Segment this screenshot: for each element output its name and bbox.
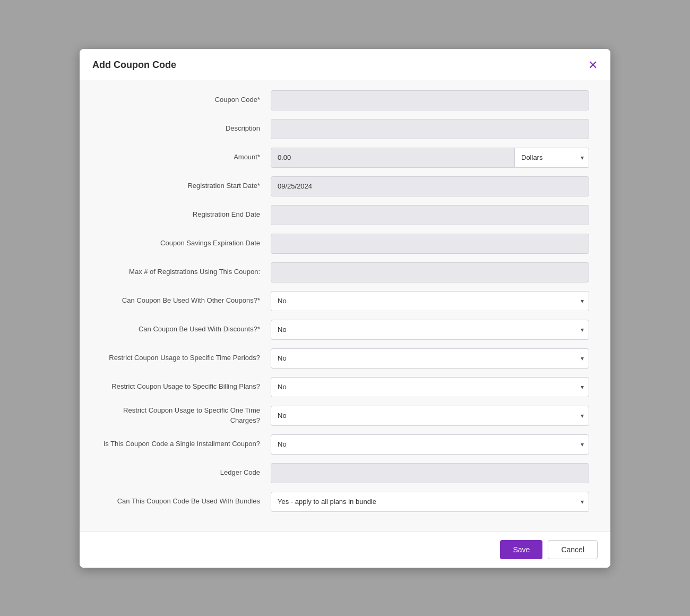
restrict-time-label: Restrict Coupon Usage to Specific Time P…: [101, 353, 271, 363]
used-with-discounts-row: Can Coupon Be Used With Discounts?* No Y…: [101, 320, 589, 340]
restrict-billing-select-wrapper: No Yes: [271, 377, 589, 397]
restrict-one-time-select[interactable]: No Yes: [271, 406, 589, 426]
savings-exp-input[interactable]: [271, 234, 589, 254]
add-coupon-modal: Add Coupon Code ✕ Coupon Code* Descripti…: [80, 49, 610, 568]
reg-start-label: Registration Start Date*: [101, 181, 271, 191]
restrict-time-select[interactable]: No Yes: [271, 348, 589, 369]
amount-label: Amount*: [101, 152, 271, 162]
restrict-time-select-wrapper: No Yes: [271, 348, 589, 369]
savings-exp-row: Coupon Savings Expiration Date: [101, 234, 589, 254]
reg-end-label: Registration End Date: [101, 210, 271, 219]
ledger-code-input[interactable]: [271, 463, 589, 483]
restrict-one-time-label: Restrict Coupon Usage to Specific One Ti…: [101, 406, 271, 425]
coupon-code-input[interactable]: [271, 90, 589, 110]
reg-end-row: Registration End Date: [101, 205, 589, 225]
restrict-billing-label: Restrict Coupon Usage to Specific Billin…: [101, 382, 271, 391]
reg-end-input[interactable]: [271, 205, 589, 225]
max-reg-label: Max # of Registrations Using This Coupon…: [101, 267, 271, 277]
single-installment-label: Is This Coupon Code a Single Installment…: [101, 439, 271, 449]
modal-header: Add Coupon Code ✕: [80, 49, 610, 80]
description-label: Description: [101, 124, 271, 133]
currency-select-wrapper: Dollars Percent: [515, 148, 589, 168]
amount-input[interactable]: [271, 148, 515, 168]
reg-start-input[interactable]: [271, 176, 589, 196]
bundle-select[interactable]: Yes - apply to all plans in bundle No Ye…: [271, 492, 589, 512]
modal-footer: Save Cancel: [80, 531, 610, 568]
currency-select[interactable]: Dollars Percent: [515, 148, 589, 168]
modal-close-button[interactable]: ✕: [588, 59, 598, 71]
used-with-coupons-select[interactable]: No Yes: [271, 291, 589, 311]
used-with-coupons-row: Can Coupon Be Used With Other Coupons?* …: [101, 291, 589, 311]
save-button[interactable]: Save: [500, 540, 542, 559]
modal-body: Coupon Code* Description Amount* Dollars…: [80, 80, 610, 531]
restrict-billing-row: Restrict Coupon Usage to Specific Billin…: [101, 377, 589, 397]
restrict-billing-select[interactable]: No Yes: [271, 377, 589, 397]
single-installment-row: Is This Coupon Code a Single Installment…: [101, 434, 589, 455]
ledger-code-row: Ledger Code: [101, 463, 589, 483]
modal-title: Add Coupon Code: [92, 59, 176, 71]
bundle-label: Can This Coupon Code Be Used With Bundle…: [101, 497, 271, 506]
amount-field-group: Dollars Percent: [271, 148, 589, 168]
cancel-button[interactable]: Cancel: [548, 540, 598, 559]
restrict-one-time-row: Restrict Coupon Usage to Specific One Ti…: [101, 406, 589, 426]
modal-overlay: Add Coupon Code ✕ Coupon Code* Descripti…: [0, 0, 690, 616]
used-with-coupons-label: Can Coupon Be Used With Other Coupons?*: [101, 296, 271, 305]
used-with-coupons-select-wrapper: No Yes: [271, 291, 589, 311]
reg-start-row: Registration Start Date*: [101, 176, 589, 196]
bundle-row: Can This Coupon Code Be Used With Bundle…: [101, 492, 589, 512]
coupon-code-label: Coupon Code*: [101, 95, 271, 105]
max-reg-row: Max # of Registrations Using This Coupon…: [101, 262, 589, 283]
restrict-one-time-select-wrapper: No Yes: [271, 406, 589, 426]
description-row: Description: [101, 119, 589, 139]
max-reg-input[interactable]: [271, 262, 589, 283]
description-input[interactable]: [271, 119, 589, 139]
ledger-code-label: Ledger Code: [101, 468, 271, 477]
single-installment-select[interactable]: No Yes: [271, 434, 589, 455]
savings-exp-label: Coupon Savings Expiration Date: [101, 238, 271, 248]
restrict-time-row: Restrict Coupon Usage to Specific Time P…: [101, 348, 589, 369]
coupon-code-row: Coupon Code*: [101, 90, 589, 110]
amount-row: Amount* Dollars Percent: [101, 148, 589, 168]
bundle-select-wrapper: Yes - apply to all plans in bundle No Ye…: [271, 492, 589, 512]
used-with-discounts-select[interactable]: No Yes: [271, 320, 589, 340]
used-with-discounts-label: Can Coupon Be Used With Discounts?*: [101, 324, 271, 334]
used-with-discounts-select-wrapper: No Yes: [271, 320, 589, 340]
single-installment-select-wrapper: No Yes: [271, 434, 589, 455]
